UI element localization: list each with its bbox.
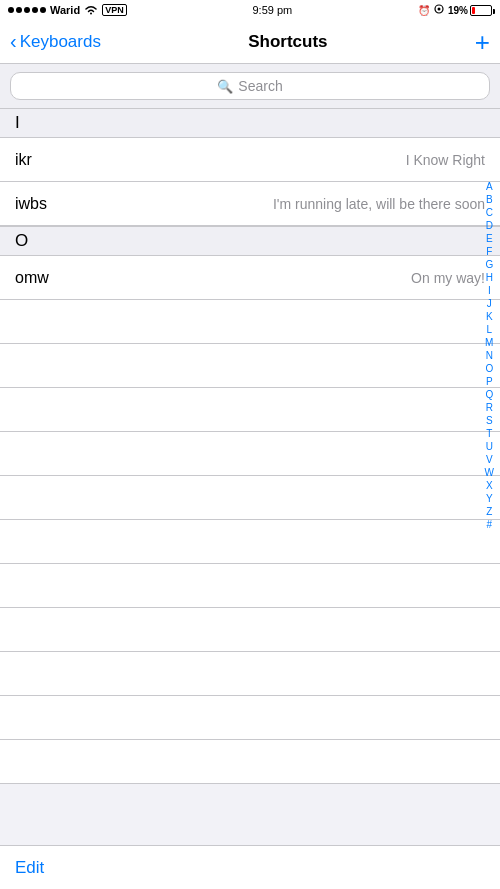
alpha-U[interactable]: U bbox=[484, 440, 495, 453]
empty-row bbox=[0, 476, 500, 520]
location-icon bbox=[434, 4, 444, 16]
shortcut-phrase: On my way! bbox=[95, 270, 485, 286]
empty-rows bbox=[0, 300, 500, 784]
alpha-J[interactable]: J bbox=[485, 297, 494, 310]
alpha-B[interactable]: B bbox=[484, 193, 495, 206]
back-label: Keyboards bbox=[20, 32, 101, 52]
shortcut-row-ikr[interactable]: ikr I Know Right bbox=[0, 138, 500, 182]
alpha-Z[interactable]: Z bbox=[484, 505, 494, 518]
signal-dots bbox=[8, 7, 46, 13]
add-button[interactable]: + bbox=[475, 29, 490, 55]
alpha-R[interactable]: R bbox=[484, 401, 495, 414]
alpha-I[interactable]: I bbox=[486, 284, 493, 297]
search-icon: 🔍 bbox=[217, 79, 233, 94]
alpha-O[interactable]: O bbox=[483, 362, 495, 375]
shortcut-key: ikr bbox=[15, 151, 95, 169]
search-container: 🔍 Search bbox=[0, 64, 500, 108]
alphabet-index: A B C D E F G H I J K L M N O P Q R S T … bbox=[483, 180, 496, 531]
alpha-K[interactable]: K bbox=[484, 310, 495, 323]
alpha-H[interactable]: H bbox=[484, 271, 495, 284]
battery-percent: 19% bbox=[448, 5, 468, 16]
vpn-label: VPN bbox=[102, 4, 127, 16]
edit-button[interactable]: Edit bbox=[15, 858, 44, 878]
nav-bar: ‹ Keyboards Shortcuts + bbox=[0, 20, 500, 64]
alpha-T[interactable]: T bbox=[484, 427, 494, 440]
section-o-list: omw On my way! bbox=[0, 256, 500, 300]
alpha-hash[interactable]: # bbox=[484, 518, 494, 531]
section-header-o: O bbox=[0, 226, 500, 256]
search-placeholder: Search bbox=[238, 78, 282, 94]
empty-row bbox=[0, 652, 500, 696]
alpha-X[interactable]: X bbox=[484, 479, 495, 492]
back-chevron-icon: ‹ bbox=[10, 30, 17, 53]
clock: 9:59 pm bbox=[252, 4, 292, 16]
empty-row bbox=[0, 432, 500, 476]
alpha-C[interactable]: C bbox=[484, 206, 495, 219]
wifi-icon bbox=[84, 5, 98, 15]
empty-row bbox=[0, 520, 500, 564]
alpha-V[interactable]: V bbox=[484, 453, 495, 466]
shortcut-key: iwbs bbox=[15, 195, 95, 213]
shortcut-phrase: I'm running late, will be there soon bbox=[95, 196, 485, 212]
alarm-icon: ⏰ bbox=[418, 5, 430, 16]
empty-row bbox=[0, 344, 500, 388]
back-button[interactable]: ‹ Keyboards bbox=[10, 31, 101, 53]
empty-row bbox=[0, 608, 500, 652]
shortcut-row-omw[interactable]: omw On my way! bbox=[0, 256, 500, 300]
alpha-S[interactable]: S bbox=[484, 414, 495, 427]
status-right: ⏰ 19% bbox=[418, 4, 492, 16]
alpha-W[interactable]: W bbox=[483, 466, 496, 479]
alpha-P[interactable]: P bbox=[484, 375, 495, 388]
alpha-M[interactable]: M bbox=[483, 336, 495, 349]
alpha-A[interactable]: A bbox=[484, 180, 495, 193]
shortcut-phrase: I Know Right bbox=[95, 152, 485, 168]
carrier-label: Warid bbox=[50, 4, 80, 16]
status-bar: Warid VPN 9:59 pm ⏰ 19% bbox=[0, 0, 500, 20]
main-content: 🔍 Search I ikr I Know Right iwbs I'm run… bbox=[0, 64, 500, 845]
search-bar[interactable]: 🔍 Search bbox=[10, 72, 490, 100]
section-header-i: I bbox=[0, 108, 500, 138]
alpha-N[interactable]: N bbox=[484, 349, 495, 362]
empty-row bbox=[0, 740, 500, 784]
section-i-list: ikr I Know Right iwbs I'm running late, … bbox=[0, 138, 500, 226]
shortcut-row-iwbs[interactable]: iwbs I'm running late, will be there soo… bbox=[0, 182, 500, 226]
empty-row bbox=[0, 696, 500, 740]
alpha-L[interactable]: L bbox=[484, 323, 494, 336]
alpha-D[interactable]: D bbox=[484, 219, 495, 232]
empty-row bbox=[0, 564, 500, 608]
page-title: Shortcuts bbox=[248, 32, 327, 52]
footer: Edit bbox=[0, 845, 500, 889]
alpha-E[interactable]: E bbox=[484, 232, 495, 245]
alpha-Q[interactable]: Q bbox=[483, 388, 495, 401]
battery-fill bbox=[472, 7, 475, 14]
empty-row bbox=[0, 300, 500, 344]
alpha-Y[interactable]: Y bbox=[484, 492, 495, 505]
empty-row bbox=[0, 388, 500, 432]
svg-point-1 bbox=[437, 8, 440, 11]
alpha-F[interactable]: F bbox=[484, 245, 494, 258]
battery: 19% bbox=[448, 5, 492, 16]
status-left: Warid VPN bbox=[8, 4, 127, 16]
shortcut-key: omw bbox=[15, 269, 95, 287]
alpha-G[interactable]: G bbox=[483, 258, 495, 271]
